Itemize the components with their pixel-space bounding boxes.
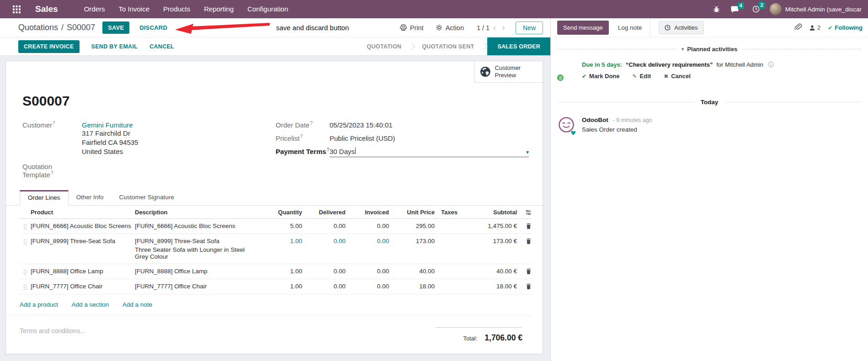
cell-quantity[interactable]: 1.00 — [262, 268, 302, 275]
send-message-button[interactable]: Send message — [557, 21, 609, 35]
state-quotation[interactable]: QUOTATION — [359, 43, 409, 50]
tab-customer-signature[interactable]: Customer Signature — [112, 190, 182, 206]
col-invoiced[interactable]: Invoiced — [346, 209, 389, 216]
table-row[interactable]: [FURN_7777] Office Chair [FURN_7777] Off… — [20, 279, 532, 294]
tab-order-lines[interactable]: Order Lines — [20, 190, 69, 206]
breadcrumb-parent[interactable]: Quotations — [18, 23, 58, 32]
menu-to-invoice[interactable]: To Invoice — [112, 0, 157, 18]
cell-delivered[interactable]: 0.00 — [302, 238, 346, 244]
add-a-product-link[interactable]: Add a product — [20, 301, 58, 308]
log-note-button[interactable]: Log note — [618, 24, 642, 31]
edit-activity-button[interactable]: ✎ Edit — [633, 73, 651, 80]
delete-row-icon[interactable] — [517, 223, 532, 229]
cell-invoiced[interactable]: 0.00 — [346, 223, 389, 229]
cell-unit-price[interactable]: 173.00 — [389, 238, 435, 244]
save-button[interactable]: SAVE — [102, 21, 129, 34]
new-button[interactable]: New — [516, 21, 543, 34]
debug-bug-icon[interactable] — [713, 6, 720, 13]
cell-quantity[interactable]: 5.00 — [262, 223, 302, 229]
optional-columns-icon[interactable] — [517, 209, 532, 216]
user-avatar[interactable] — [770, 3, 782, 15]
send-by-email-button[interactable]: SEND BY EMAIL — [91, 43, 138, 50]
cell-product[interactable]: [FURN_8999] Three-Seat Sofa — [31, 238, 135, 244]
col-product[interactable]: Product — [31, 209, 135, 216]
cell-invoiced[interactable]: 0.00 — [346, 268, 389, 275]
col-delivered[interactable]: Delivered — [302, 209, 346, 216]
cell-description[interactable]: [FURN_6666] Acoustic Bloc Screens — [135, 223, 262, 229]
col-subtotal[interactable]: Subtotal — [466, 209, 517, 216]
delete-row-icon[interactable] — [517, 283, 532, 290]
add-a-note-link[interactable]: Add a note — [122, 301, 152, 308]
create-invoice-button[interactable]: CREATE INVOICE — [18, 40, 80, 53]
col-quantity[interactable]: Quantity — [262, 209, 302, 216]
activities-button[interactable]: Activities — [659, 21, 703, 34]
cell-description[interactable]: [FURN_8888] Office Lamp — [135, 268, 262, 275]
state-quotation-sent[interactable]: QUOTATION SENT — [415, 43, 481, 50]
cell-unit-price[interactable]: 40.00 — [389, 268, 435, 275]
cell-description[interactable]: [FURN_7777] Office Chair — [135, 283, 262, 290]
add-a-section-link[interactable]: Add a section — [72, 301, 109, 308]
drag-handle-icon[interactable] — [20, 268, 31, 275]
menu-reporting[interactable]: Reporting — [197, 0, 240, 18]
cell-quantity[interactable]: 1.00 — [262, 283, 302, 290]
customer-preview-button[interactable]: Customer Preview — [474, 61, 543, 83]
cell-product[interactable]: [FURN_6666] Acoustic Bloc Screens — [31, 223, 135, 229]
payment-terms-field-row: Payment Terms? 30 Days ▾ — [276, 147, 529, 157]
cell-invoiced[interactable]: 0.00 — [346, 238, 389, 244]
cell-invoiced[interactable]: 0.00 — [346, 283, 389, 290]
customer-link[interactable]: Gemini Furniture — [82, 121, 133, 129]
apps-menu-icon[interactable] — [13, 5, 21, 13]
pager-next-icon[interactable]: › — [499, 23, 508, 32]
planned-activities-toggle[interactable]: ▾ Planned activities — [682, 46, 737, 53]
following-button[interactable]: ✔ Following — [828, 24, 863, 31]
cell-delivered[interactable]: 0.00 — [302, 268, 346, 275]
delete-row-icon[interactable] — [517, 238, 532, 244]
info-icon[interactable]: ⓘ — [768, 61, 774, 68]
cell-delivered[interactable]: 0.00 — [302, 223, 346, 229]
delete-row-icon[interactable] — [517, 268, 532, 275]
cell-unit-price[interactable]: 18.00 — [389, 283, 435, 290]
state-sales-order[interactable]: SALES ORDER — [487, 37, 550, 55]
drag-handle-icon[interactable] — [20, 283, 31, 290]
action-button[interactable]: Action — [436, 24, 464, 32]
activities-menu[interactable]: 2 — [752, 5, 760, 13]
terms-placeholder[interactable]: Terms and conditions... — [20, 327, 85, 343]
dashed-line — [743, 49, 861, 49]
pager-previous-icon[interactable]: ‹ — [490, 23, 499, 32]
user-name[interactable]: Mitchell Admin (save_discar — [785, 6, 862, 13]
check-icon: ✔ — [828, 25, 832, 31]
pricelist-value[interactable]: Public Pricelist (USD) — [330, 134, 395, 142]
col-description[interactable]: Description — [135, 209, 262, 216]
followers-button[interactable]: 2 — [809, 24, 820, 31]
dropdown-caret-icon[interactable]: ▾ — [526, 149, 529, 155]
cancel-activity-button[interactable]: ✖ Cancel — [664, 73, 691, 80]
mark-done-button[interactable]: ✔ Mark Done — [582, 73, 620, 80]
menu-orders[interactable]: Orders — [77, 0, 112, 18]
cell-unit-price[interactable]: 295.00 — [389, 223, 435, 229]
col-taxes[interactable]: Taxes — [435, 209, 466, 216]
table-row[interactable]: [FURN_6666] Acoustic Bloc Screens [FURN_… — [20, 219, 532, 234]
print-button[interactable]: Print — [400, 24, 424, 32]
payment-terms-input[interactable]: 30 Days ▾ — [330, 148, 529, 157]
attachments-button[interactable] — [794, 23, 802, 32]
drag-handle-icon[interactable] — [20, 238, 31, 245]
messages-menu[interactable]: 4 — [731, 6, 739, 13]
menu-products[interactable]: Products — [156, 0, 197, 18]
cancel-button[interactable]: CANCEL — [149, 43, 174, 50]
table-row[interactable]: [FURN_8888] Office Lamp [FURN_8888] Offi… — [20, 264, 532, 279]
tab-other-info[interactable]: Other Info — [69, 190, 112, 206]
drag-handle-icon[interactable] — [20, 223, 31, 230]
cell-delivered[interactable]: 0.00 — [302, 283, 346, 290]
table-row[interactable]: [FURN_8999] Three-Seat Sofa [FURN_8999] … — [20, 234, 532, 264]
menu-configuration[interactable]: Configuration — [240, 0, 295, 18]
cell-quantity[interactable]: 1.00 — [262, 238, 302, 244]
message-author[interactable]: OdooBot — [582, 117, 608, 123]
discard-button[interactable]: DISCARD — [139, 24, 167, 31]
order-date-value[interactable]: 05/25/2023 15:40:01 — [330, 121, 393, 129]
app-name[interactable]: Sales — [35, 4, 58, 14]
cell-product[interactable]: [FURN_7777] Office Chair — [31, 283, 135, 290]
col-unit-price[interactable]: Unit Price — [389, 209, 435, 216]
cell-product[interactable]: [FURN_8888] Office Lamp — [31, 268, 135, 275]
cell-description[interactable]: [FURN_8999] Three-Seat SofaThree Seater … — [135, 238, 262, 260]
control-panel-actions: Print Action 1 / 1 ‹ › New — [388, 21, 543, 34]
